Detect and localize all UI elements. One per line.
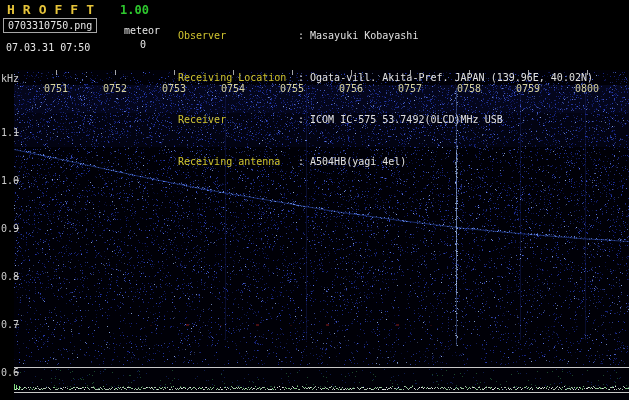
info-value: Masayuki Kobayashi [310, 29, 418, 43]
datetime-label: 07.03.31 07:50 [6, 42, 90, 53]
info-label: Receiver [178, 113, 298, 127]
time-tick-label: 0759 [516, 83, 540, 94]
logo-letter: O [39, 2, 47, 17]
freq-tick-label: 0.6 [1, 367, 19, 378]
meteor-counter-value: 0 [140, 39, 146, 50]
time-tick-label: 0751 [44, 83, 68, 94]
logo-letter: H [7, 2, 15, 17]
time-tick-label: 0756 [339, 83, 363, 94]
app-logo: HROFFT [7, 2, 102, 17]
station-info: Observer:Masayuki Kobayashi Receiving Lo… [178, 1, 593, 197]
time-tick-label: 0752 [103, 83, 127, 94]
freq-tick-label: 1.1 [1, 127, 19, 138]
logo-letter: F [70, 2, 78, 17]
info-value: A504HB(yagi 4el) [310, 155, 406, 169]
freq-tick-label: 0.9 [1, 223, 19, 234]
info-row-observer: Observer:Masayuki Kobayashi [178, 29, 593, 43]
freq-axis-unit: kHz [1, 73, 19, 84]
app-version: 1.00 [120, 3, 149, 17]
output-filename: 0703310750.png [8, 20, 92, 31]
info-colon: : [298, 155, 304, 169]
info-colon: : [298, 29, 304, 43]
freq-tick-label: 0.8 [1, 271, 19, 282]
freq-tick-label: 0.7 [1, 319, 19, 330]
meteor-counter-label: meteor [124, 25, 160, 36]
info-row-antenna: Receiving antenna:A504HB(yagi 4el) [178, 155, 593, 169]
time-tick-label: 0758 [457, 83, 481, 94]
info-colon: : [298, 113, 304, 127]
time-tick-label: 0753 [162, 83, 186, 94]
info-row-receiver: Receiver:ICOM IC-575 53.7492(0LCD)MHz US… [178, 113, 593, 127]
logo-letter: R [23, 2, 31, 17]
hrofft-screen: HROFFT 1.00 0703310750.png 07.03.31 07:5… [0, 0, 629, 400]
output-filename-box: 0703310750.png [3, 18, 97, 33]
info-label: Receiving antenna [178, 155, 298, 169]
info-value: ICOM IC-575 53.7492(0LCD)MHz USB [310, 113, 503, 127]
logo-letter: T [86, 2, 94, 17]
logo-letter: F [54, 2, 62, 17]
time-tick-label: 0755 [280, 83, 304, 94]
time-tick-label: 0800 [575, 83, 599, 94]
time-tick-label: 0757 [398, 83, 422, 94]
time-tick-label: 0754 [221, 83, 245, 94]
freq-tick-label: 1.0 [1, 175, 19, 186]
info-label: Observer [178, 29, 298, 43]
